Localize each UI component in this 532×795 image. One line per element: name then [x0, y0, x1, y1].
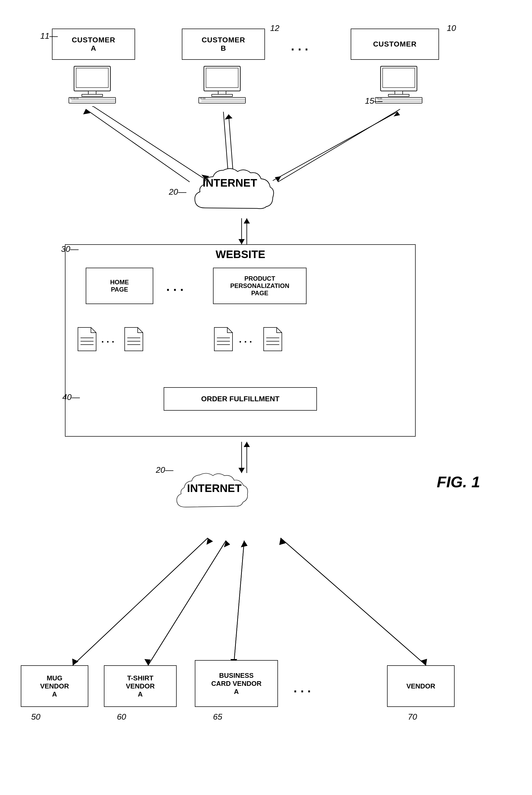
svg-line-3 — [86, 109, 190, 182]
svg-rect-48 — [82, 94, 102, 96]
doc-dots-2: . . . — [239, 334, 252, 345]
product-page-box: PRODUCTPERSONALIZATIONPAGE — [213, 268, 306, 304]
svg-rect-59 — [199, 97, 246, 103]
svg-rect-52 — [70, 98, 72, 99]
svg-rect-65 — [383, 68, 415, 88]
tshirt-vendor-box: T-SHIRTVENDORA — [104, 665, 177, 707]
svg-rect-49 — [69, 97, 116, 103]
svg-marker-4 — [83, 109, 90, 114]
business-vendor-box: BUSINESSCARD VENDORA — [195, 660, 278, 707]
svg-marker-40 — [241, 540, 248, 547]
internet-cloud-top — [190, 161, 278, 219]
svg-marker-42 — [421, 659, 427, 665]
fig-label: FIG. 1 — [437, 473, 480, 491]
ref-50: 50 — [31, 712, 40, 722]
svg-line-43 — [281, 538, 426, 665]
svg-line-31 — [73, 538, 208, 665]
doc-icon-4 — [262, 326, 283, 353]
ref-20-top: 20— — [169, 187, 187, 197]
svg-line-0 — [94, 107, 205, 179]
svg-line-41 — [281, 538, 426, 665]
diagram: CUSTOMERA 11— CUSTOMERB 12 . . . CUSTOME… — [0, 0, 532, 795]
svg-marker-81 — [214, 328, 232, 351]
svg-line-37 — [234, 540, 244, 665]
ref-40: 40— — [62, 392, 80, 402]
svg-line-9 — [278, 109, 400, 182]
svg-marker-85 — [264, 328, 282, 351]
computer-b — [196, 65, 248, 108]
doc-icon-3 — [213, 326, 234, 353]
svg-rect-54 — [76, 98, 78, 99]
ref-30: 30— — [61, 244, 79, 254]
svg-line-11 — [273, 112, 397, 181]
svg-rect-53 — [73, 98, 75, 99]
internet-top-label: INTERNET — [203, 177, 257, 189]
order-fulfillment-box: ORDER FULFILLMENT — [164, 387, 317, 411]
svg-marker-28 — [244, 442, 250, 447]
svg-marker-77 — [125, 328, 143, 351]
svg-marker-34 — [145, 659, 151, 665]
svg-marker-73 — [78, 328, 96, 351]
svg-marker-12 — [394, 112, 400, 116]
svg-marker-32 — [207, 538, 213, 545]
customer-dots: . . . — [291, 39, 308, 53]
internet-bottom-label: INTERNET — [187, 482, 242, 495]
customer-b-label: CUSTOMERB — [202, 36, 245, 53]
website-title: WEBSITE — [215, 248, 265, 261]
ref-11: 11— — [40, 31, 58, 41]
ref-10: 10 — [447, 23, 456, 33]
svg-rect-58 — [212, 94, 232, 96]
doc-dots-1: . . . — [101, 334, 114, 345]
vendor-dots: . . . — [293, 681, 311, 695]
customer-a-label: CUSTOMERA — [72, 36, 115, 53]
ref-65: 65 — [213, 712, 222, 722]
ref-20-bottom: 20— — [156, 465, 173, 475]
svg-rect-56 — [206, 68, 238, 88]
customer-b-box: CUSTOMERB — [182, 29, 265, 60]
doc-icon-2 — [124, 326, 144, 353]
customer-n-box: CUSTOMER — [351, 29, 439, 60]
ref-12: 12 — [270, 23, 280, 33]
home-page-box: HOMEPAGE — [86, 268, 153, 304]
svg-marker-44 — [279, 538, 286, 545]
customer-n-label: CUSTOMER — [373, 40, 417, 48]
computer-a — [66, 65, 118, 108]
ref-15: 15— — [365, 96, 383, 106]
svg-rect-63 — [203, 98, 205, 99]
mug-vendor-box: MUGVENDORA — [21, 665, 88, 707]
svg-marker-36 — [224, 540, 230, 547]
svg-rect-46 — [76, 68, 108, 88]
ref-60: 60 — [117, 712, 126, 722]
svg-rect-62 — [200, 98, 202, 99]
svg-marker-30 — [72, 659, 78, 665]
website-dots: . . . — [166, 279, 184, 294]
svg-marker-8 — [225, 114, 232, 119]
ref-70: 70 — [408, 712, 417, 722]
svg-marker-14 — [239, 239, 245, 244]
svg-line-35 — [148, 540, 226, 665]
svg-line-33 — [148, 540, 226, 665]
doc-icon-1 — [77, 326, 97, 353]
svg-line-39 — [234, 540, 244, 665]
svg-rect-67 — [388, 94, 409, 96]
customer-a-box: CUSTOMERA — [52, 29, 135, 60]
vendor-box: VENDOR — [387, 665, 455, 707]
svg-line-29 — [73, 538, 208, 665]
